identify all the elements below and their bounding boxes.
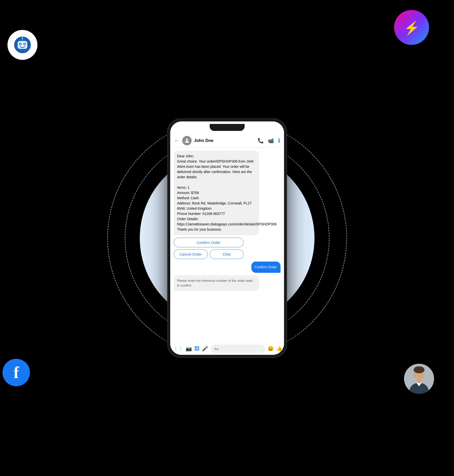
- chat-body: Dear John, Great choice. Your order#DPSH…: [170, 148, 284, 342]
- svg-text:⚡: ⚡: [404, 20, 420, 36]
- sent-message-text: Confirm Order: [255, 265, 277, 269]
- back-button[interactable]: ←: [174, 137, 180, 144]
- emoji-icon[interactable]: 😀: [268, 346, 274, 352]
- svg-rect-9: [15, 43, 18, 46]
- messenger-icon: ⚡: [394, 10, 429, 45]
- message-input[interactable]: [211, 345, 265, 353]
- info-icon[interactable]: ℹ: [278, 137, 280, 144]
- action-btn-row: Cancel Order Chat: [174, 249, 244, 259]
- svg-point-14: [414, 366, 425, 373]
- header-icons: 📞 📹 ℹ: [258, 137, 280, 144]
- phone-screen: ← John Doe 📞 📹 ℹ Dear John, Great choice…: [170, 121, 284, 355]
- person-avatar: [404, 364, 434, 394]
- mic-icon[interactable]: 🎤: [202, 346, 208, 352]
- svg-rect-15: [417, 379, 421, 383]
- camera-icon[interactable]: 📷: [186, 346, 192, 352]
- contact-avatar: [182, 136, 192, 145]
- received-message: Dear John, Great choice. Your order#DPSH…: [174, 151, 259, 235]
- confirm-order-button[interactable]: Confirm Order: [174, 238, 244, 247]
- bot-icon: [7, 30, 37, 60]
- like-icon[interactable]: 👍: [276, 346, 283, 352]
- photo-icon[interactable]: 🖼: [194, 346, 199, 352]
- chat-button[interactable]: Chat: [210, 249, 244, 259]
- svg-point-8: [24, 43, 25, 45]
- video-icon[interactable]: 📹: [268, 138, 274, 144]
- contact-name: John Doe: [194, 138, 255, 143]
- received-message-text: Dear John, Great choice. Your order#DPSH…: [177, 154, 277, 231]
- chat-header: ← John Doe 📞 📹 ℹ: [170, 134, 284, 148]
- bot-prompt-text: Please enter the reference number of the…: [177, 279, 253, 287]
- sent-message: Confirm Order: [251, 262, 281, 273]
- svg-point-7: [20, 43, 21, 45]
- cancel-order-button[interactable]: Cancel Order: [174, 249, 208, 259]
- phone-notch: [210, 124, 245, 131]
- apps-icon[interactable]: ⋮⋮: [173, 346, 183, 352]
- svg-rect-10: [27, 43, 29, 46]
- call-icon[interactable]: 📞: [258, 138, 264, 144]
- facebook-icon: f: [2, 359, 30, 386]
- svg-point-3: [22, 37, 23, 38]
- input-bar: ⋮⋮ 📷 🖼 🎤 😀 👍: [170, 342, 284, 355]
- svg-point-16: [186, 139, 188, 141]
- phone-frame: ← John Doe 📞 📹 ℹ Dear John, Great choice…: [167, 118, 287, 358]
- bot-prompt: Please enter the reference number of the…: [174, 275, 259, 291]
- action-buttons: Confirm Order Cancel Order Chat: [174, 238, 244, 259]
